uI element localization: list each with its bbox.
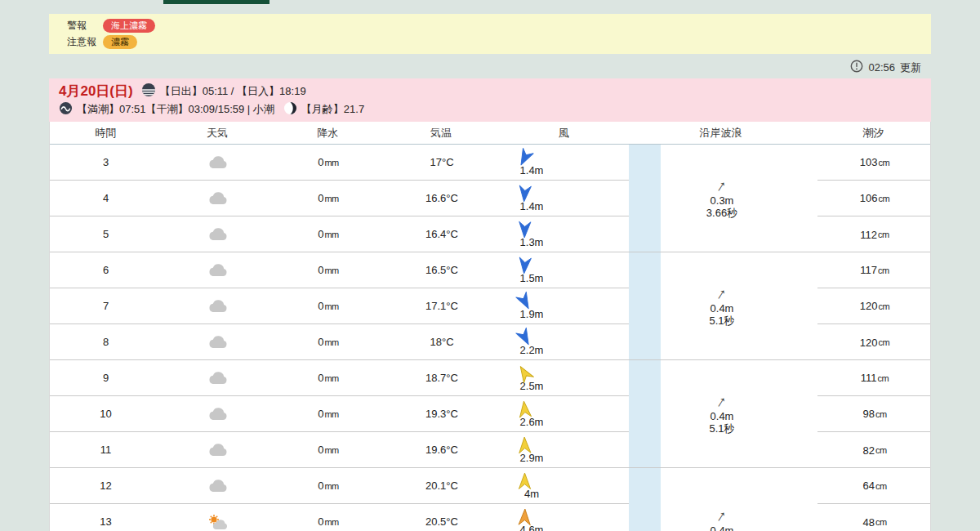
wave-height-value: 0.4m bbox=[710, 302, 734, 315]
wave-period-value: 5.1秒 bbox=[709, 422, 734, 435]
precip-value: 0mm bbox=[274, 252, 383, 288]
wind-cell: 2.9m bbox=[501, 432, 629, 467]
tide-cell: 64cm48cm bbox=[817, 468, 931, 531]
header-time: 時間 bbox=[50, 122, 162, 144]
wind-cell: 1.3m bbox=[501, 216, 629, 252]
header-wind: 風 bbox=[500, 122, 628, 144]
cloudy-icon bbox=[162, 288, 274, 324]
tide-value: 48cm bbox=[817, 504, 931, 531]
hour-value: 9 bbox=[50, 360, 162, 395]
temp-value: 17°C bbox=[383, 145, 501, 180]
warning-badge[interactable]: 海上濃霧 bbox=[103, 19, 155, 33]
tide-info: 【満潮】07:51【干潮】03:09/15:59 | 小潮 bbox=[77, 102, 274, 117]
table-row: 40mm16.6°C1.4m bbox=[50, 181, 629, 216]
wind-direction-arrow-icon bbox=[518, 472, 532, 490]
advisory-label: 注意報 bbox=[67, 35, 103, 49]
moon-info: 【月齢】21.7 bbox=[301, 102, 364, 117]
tide-value: 106cm bbox=[817, 181, 931, 216]
wave-direction-arrow-icon: ↑ bbox=[714, 284, 729, 302]
header-wave: 沿岸波浪 bbox=[660, 122, 817, 144]
temp-value: 18°C bbox=[383, 324, 501, 359]
precip-value: 0mm bbox=[274, 396, 383, 431]
tide-value: 64cm bbox=[817, 468, 931, 504]
table-row: 110mm19.6°C2.9m bbox=[50, 432, 629, 468]
tide-cell: 111cm98cm82cm bbox=[817, 360, 931, 467]
sunrise-sunset-icon bbox=[141, 83, 156, 100]
cloudy-icon bbox=[162, 216, 274, 252]
hour-value: 6 bbox=[50, 252, 162, 288]
cloudy-icon bbox=[162, 396, 274, 431]
wind-direction-arrow-icon bbox=[518, 436, 532, 454]
update-time-row: 02:56 更新 bbox=[850, 60, 921, 75]
tide-value: 111cm bbox=[817, 360, 931, 396]
column-divider-strip bbox=[629, 468, 661, 531]
partly-sunny-icon bbox=[162, 504, 274, 531]
cloudy-icon bbox=[162, 145, 274, 180]
tide-value: 98cm bbox=[817, 396, 931, 432]
wind-cell: 2.5m bbox=[501, 360, 629, 395]
hour-value: 5 bbox=[50, 216, 162, 252]
table-row: 50mm16.4°C1.3m bbox=[50, 216, 629, 252]
wind-direction-arrow-icon bbox=[518, 221, 532, 239]
cloudy-icon bbox=[162, 468, 274, 503]
wind-cell: 2.2m bbox=[501, 324, 629, 359]
wave-cell: ↑0.4m5.1秒 bbox=[661, 252, 817, 359]
date-sun-line: 4月20日(日) 【日出】05:11 / 【日入】18:19 bbox=[59, 82, 931, 100]
precip-value: 0mm bbox=[274, 432, 383, 467]
tide-cell: 103cm106cm112cm bbox=[817, 145, 931, 252]
hour-value: 4 bbox=[50, 181, 162, 216]
temp-value: 16.5°C bbox=[383, 252, 501, 288]
wave-height-value: 0.4m bbox=[710, 524, 734, 531]
wind-direction-arrow-icon bbox=[518, 257, 532, 274]
precip-value: 0mm bbox=[274, 288, 383, 324]
precip-value: 0mm bbox=[274, 181, 383, 216]
table-row: 130mm20.5°C4.6m bbox=[50, 504, 629, 531]
cloudy-icon bbox=[162, 360, 274, 395]
table-row: 80mm18°C2.2m bbox=[50, 324, 629, 360]
hour-value: 11 bbox=[50, 432, 162, 467]
temp-value: 16.4°C bbox=[383, 216, 501, 252]
date-title: 4月20日(日) bbox=[59, 82, 133, 100]
wind-cell: 1.9m bbox=[501, 288, 629, 324]
warning-line: 警報 海上濃霧 bbox=[67, 18, 931, 33]
header-temp: 気温 bbox=[382, 122, 500, 144]
update-label: 更新 bbox=[900, 60, 921, 75]
table-body: 30mm17°C1.4m40mm16.6°C1.4m50mm16.4°C1.3m… bbox=[50, 145, 930, 531]
update-time: 02:56 bbox=[868, 61, 895, 74]
wind-direction-arrow-icon bbox=[518, 508, 532, 526]
wave-cell: ↑0.4m bbox=[661, 468, 817, 531]
tide-value: 120cm bbox=[817, 324, 931, 360]
tide-value: 112cm bbox=[817, 216, 931, 252]
table-row: 120mm20.1°C4m bbox=[50, 468, 629, 504]
wave-group: ↑0.4m64cm48cm bbox=[629, 468, 931, 531]
column-divider-strip bbox=[629, 360, 661, 467]
advisory-line: 注意報 濃霧 bbox=[67, 34, 931, 50]
wave-cell: ↑0.3m3.66秒 bbox=[661, 145, 817, 252]
precip-value: 0mm bbox=[274, 360, 383, 395]
advisory-badge[interactable]: 濃霧 bbox=[103, 35, 137, 49]
temp-value: 20.5°C bbox=[383, 504, 501, 531]
tide-value: 103cm bbox=[817, 145, 931, 181]
wind-direction-arrow-icon bbox=[518, 364, 532, 382]
sun-info: 【日出】05:11 / 【日入】18:19 bbox=[160, 84, 306, 99]
hour-value: 12 bbox=[50, 468, 162, 503]
cloudy-icon bbox=[162, 252, 274, 288]
wave-cell: ↑0.4m5.1秒 bbox=[661, 360, 817, 467]
header-weather: 天気 bbox=[162, 122, 274, 144]
alert-banner: 警報 海上濃霧 注意報 濃霧 bbox=[49, 14, 931, 54]
header-precip: 降水 bbox=[273, 122, 382, 144]
wind-cell: 1.5m bbox=[501, 252, 629, 288]
wave-group: ↑0.4m5.1秒117cm120cm120cm bbox=[629, 252, 931, 360]
precip-value: 0mm bbox=[274, 216, 383, 252]
precip-value: 0mm bbox=[274, 504, 383, 531]
hour-value: 7 bbox=[50, 288, 162, 324]
wind-direction-arrow-icon bbox=[518, 292, 532, 310]
hour-value: 3 bbox=[50, 145, 162, 180]
table-row: 30mm17°C1.4m bbox=[50, 145, 629, 181]
wave-direction-arrow-icon: ↑ bbox=[714, 392, 729, 410]
wave-height-value: 0.3m bbox=[710, 194, 734, 207]
precip-value: 0mm bbox=[274, 468, 383, 503]
temp-value: 18.7°C bbox=[383, 360, 501, 395]
cloudy-icon bbox=[162, 432, 274, 467]
cloudy-icon bbox=[162, 324, 274, 359]
